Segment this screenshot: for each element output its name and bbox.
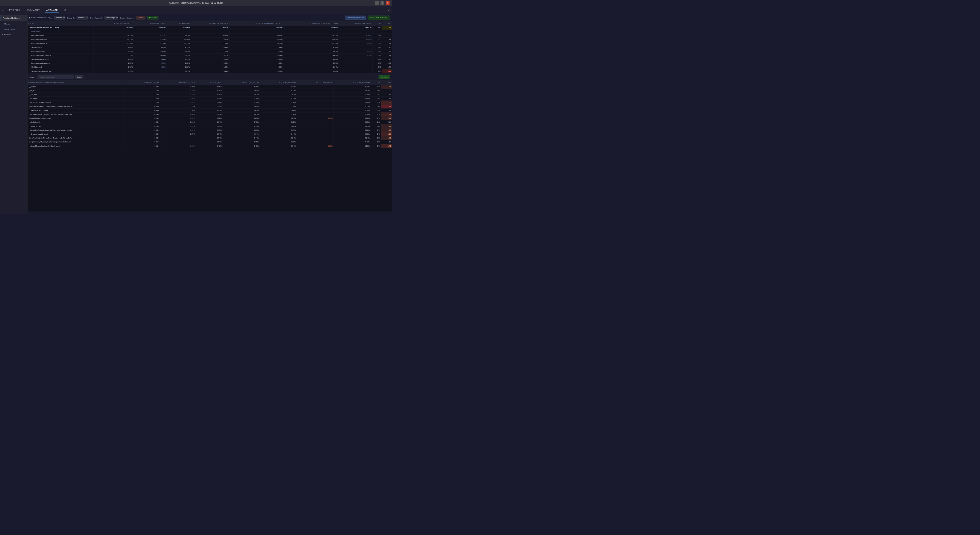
- table-row[interactable]: - ns3-dev-wifi-he-network (PID 72956)100…: [27, 26, 392, 30]
- func-col-l2-1[interactable]: L2_CACHE_MISS.FRO: [260, 81, 297, 85]
- reset-button[interactable]: Reset: [75, 75, 83, 79]
- process-table-section: Process CYCLES_NOT_IN_HALT ▼ MISALIGNED_…: [27, 22, 392, 73]
- func-col-misaligned[interactable]: MISALIGNED_LOADS: [161, 81, 196, 85]
- list-item[interactable]: __libc_free1.26%0.21%1.36%1.43%0.93%1.30…: [27, 92, 392, 96]
- table-row[interactable]: [Sys] libc.so.69.02%8.38%9.75%8.91%7.29%…: [27, 46, 392, 49]
- include-dot-icon: [149, 17, 151, 19]
- nav-analyze[interactable]: ANALYZE: [45, 8, 59, 12]
- table-row[interactable]: [Sys] [kernel.kallsyms]_text0.25%0.07%0.…: [27, 69, 392, 73]
- functions-table: Functions (for ns3-dev-wifi-he-network (…: [27, 81, 392, 148]
- list-item[interactable]: ns3::Ipv4QueueDiscItem::GetSize() const0…: [27, 144, 392, 148]
- func-col-cycles[interactable]: CYCLES_NOT_IN_HAI: [124, 81, 161, 85]
- show-values-select[interactable]: Percentage: [105, 16, 118, 19]
- nav-profile[interactable]: PROFILE: [8, 8, 22, 13]
- list-item[interactable]: ns3::UdpSocketImpl::DoSendTo(ns3::Ptr<ns…: [27, 105, 392, 108]
- sidebar-item-flame-graph[interactable]: Flame Graph: [0, 26, 27, 32]
- col-ineffective[interactable]: INEFFECTIVE_SW_PF: [339, 22, 373, 26]
- func-col-ineffective[interactable]: INEFFECTIVE_SW_PF: [297, 81, 334, 85]
- load-more-functions-button[interactable]: Load more functions: [368, 16, 390, 20]
- nav-bar: ⌂ PROFILE SUMMARY ANALYZE ✕ ⚙: [0, 6, 392, 14]
- load-profile-button[interactable]: Load more profile data: [345, 16, 366, 20]
- include-button[interactable]: Include: [147, 16, 158, 19]
- col-misaligned[interactable]: MISALIGNED_LOADS: [134, 22, 166, 26]
- col-l2-cache-1[interactable]: L2_CACHE_MISS.FROM_L1_IC_MISS: [229, 22, 283, 26]
- toolbar: ▶ Filters and Options View All Data Grou…: [27, 14, 392, 21]
- functions-table-container[interactable]: Functions (for ns3-dev-wifi-he-network (…: [27, 81, 392, 211]
- nav-summary[interactable]: SUMMARY: [25, 8, 41, 13]
- process-table-body: - ns3-dev-wifi-he-network (PID 72956)100…: [27, 26, 392, 73]
- table-row[interactable]: libns3-dev-wifi.so34.73%24.70%36.07%33.5…: [27, 33, 392, 37]
- exclude-button[interactable]: Exclude: [136, 16, 145, 19]
- list-item[interactable]: std::pair<std::_Rb_tree_iterator<std::pa…: [27, 140, 392, 144]
- show-values-label: Show Values By: [89, 17, 102, 19]
- close-button[interactable]: ✕: [386, 1, 390, 5]
- search-bar: Search : Reset Go Back: [27, 74, 392, 81]
- functions-table-body: __malloc2.22%2.69%2.15%2.48%2.47%2.12%0.…: [27, 85, 392, 148]
- process-table-container[interactable]: Process CYCLES_NOT_IN_HALT ▼ MISALIGNED_…: [27, 22, 392, 73]
- col-l2-cache-2[interactable]: L2_CACHE_MISS.FROM_L1_DC_MISS: [283, 22, 339, 26]
- functions-section: Functions (for ns3-dev-wifi-he-network (…: [27, 81, 392, 211]
- search-input[interactable]: [38, 75, 74, 79]
- col-cycles[interactable]: CYCLES_NOT_IN_HALT ▼: [93, 22, 134, 26]
- filters-options-button[interactable]: ▶ Filters and Options: [29, 17, 46, 19]
- system-modules-label: System Modules:: [120, 17, 134, 19]
- func-col-l2-2[interactable]: L2_CACHE_MISS.FRO: [334, 81, 371, 85]
- list-item[interactable]: ns3::Ptr<ns3::Packet>::~Ptr()1.05%0.43%0…: [27, 100, 392, 105]
- table-row[interactable]: libns3-dev-traffic-control.so5.37%10.63%…: [27, 53, 392, 57]
- search-label: Search :: [29, 76, 36, 78]
- sidebar-item-metrics[interactable]: Metrics: [0, 21, 27, 26]
- col-cpi[interactable]: CPI: [382, 22, 392, 26]
- process-table-header: Process CYCLES_NOT_IN_HALT ▼ MISALIGNED_…: [27, 22, 392, 26]
- list-item[interactable]: ns3::Ipv4Interface::Send(ns3::Ptr<ns3::P…: [27, 112, 392, 116]
- process-table: Process CYCLES_NOT_IN_HALT ▼ MISALIGNED_…: [27, 22, 392, 73]
- func-col-cpi[interactable]: CPI: [381, 81, 392, 85]
- list-item[interactable]: SendRealOut(ns3::Ptr<ns3::Ipv4Route>, ns…: [27, 136, 392, 140]
- list-item[interactable]: __memcmp_avx2_movbe0.94%3.54%1.05%0.61%0…: [27, 108, 392, 112]
- home-button[interactable]: ⌂: [2, 8, 4, 12]
- sidebar-item-function-hotspots[interactable]: Function HotSpots: [0, 15, 27, 21]
- window-title: AMDuProf - [/root/.AMDuProf/A...-30-2021…: [169, 2, 223, 4]
- table-row[interactable]: Load Modules: [27, 30, 392, 33]
- list-item[interactable]: _int_malloc1.25%0.86%1.32%1.26%1.12%0.99…: [27, 97, 392, 100]
- group-by-label: Group By: [67, 17, 75, 19]
- sidebar: Function HotSpots Metrics Flame Graph Ca…: [0, 14, 27, 214]
- table-row[interactable]: libns3-dev-core.so8.42%12.89%8.85%7.89%7…: [27, 49, 392, 53]
- group-by-select[interactable]: Process: [76, 16, 88, 19]
- minimize-button[interactable]: ─: [375, 1, 379, 5]
- table-row[interactable]: libns3-dev-internet.so18.12%17.29%15.99%…: [27, 37, 392, 41]
- list-item[interactable]: ns3::Ipv4L3Protocol::Send(ns3::Ptr<ns3::…: [27, 128, 392, 132]
- nav-close-icon[interactable]: ✕: [64, 8, 66, 11]
- sidebar-callgraph-label: Call Graph: [2, 33, 12, 36]
- sidebar-hotspots-label: Function HotSpots: [3, 17, 19, 19]
- maximize-button[interactable]: □: [380, 1, 384, 5]
- main-layout: Function HotSpots Metrics Flame Graph Ca…: [0, 14, 392, 214]
- list-item[interactable]: __dynamic_cast0.66%1.29%0.68%0.37%0.64%1…: [27, 124, 392, 128]
- go-back-button[interactable]: Go Back: [379, 75, 390, 79]
- list-item[interactable]: __dyncast_result&) const0.59%0.75%0.54%0…: [27, 132, 392, 136]
- table-row[interactable]: [Sys] libstdc++.so.6.0.294.44%3.44%4.41%…: [27, 57, 392, 61]
- table-row[interactable]: libns3-dev-applications.so1.85%0.64%1.62…: [27, 61, 392, 65]
- func-col-retired-inst[interactable]: RETIRED_INST: [196, 81, 223, 85]
- sidebar-metrics-label: Metrics: [4, 23, 10, 25]
- content-area: ▶ Filters and Options View All Data Grou…: [27, 14, 392, 214]
- include-label: Include: [151, 17, 156, 19]
- sidebar-flamegraph-label: Flame Graph: [4, 28, 15, 30]
- list-item[interactable]: ns3::GetImpl()0.82%0.64%1.14%0.75%0.62%0…: [27, 120, 392, 124]
- bottom-bar: [27, 211, 392, 214]
- title-bar: AMDuProf - [/root/.AMDuProf/A...-30-2021…: [0, 0, 392, 6]
- list-item[interactable]: QueueDiscItem const>) const0.84%0.32%0.8…: [27, 116, 392, 120]
- list-item[interactable]: __malloc2.22%2.69%2.15%2.48%2.47%2.12%0.…: [27, 85, 392, 89]
- table-row[interactable]: libns3-dev-network.so16.36%21.59%15.97%1…: [27, 41, 392, 46]
- func-col-ipc[interactable]: IPC: [371, 81, 381, 85]
- col-retired-inst[interactable]: RETIRED_INST: [166, 22, 191, 26]
- col-retired-br[interactable]: RETIRED_BR_INST_MISP: [191, 22, 229, 26]
- sidebar-item-call-graph[interactable]: Call Graph: [0, 32, 27, 37]
- functions-table-header: Functions (for ns3-dev-wifi-he-network (…: [27, 81, 392, 85]
- func-col-retired-br[interactable]: RETIRED_BR_INST_M: [223, 81, 260, 85]
- list-item[interactable]: _int_free1.93%0.43%2.36%1.94%1.17%1.97%0…: [27, 89, 392, 92]
- col-ipc[interactable]: IPC: [372, 22, 382, 26]
- func-col-name: Functions (for ns3-dev-wifi-he-network (…: [27, 81, 124, 85]
- view-select[interactable]: All Data: [54, 16, 65, 19]
- table-row[interactable]: [Sys] libm.so.61.15%0.32%1.08%1.29%1.78%…: [27, 65, 392, 69]
- settings-icon[interactable]: ⚙: [387, 8, 390, 11]
